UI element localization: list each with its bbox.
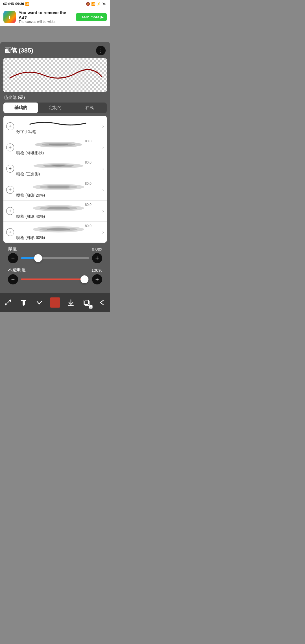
brush-stroke-preview — [3, 58, 107, 92]
thickness-decrease-button[interactable]: − — [8, 253, 18, 263]
stroke-svg-0 — [16, 119, 101, 128]
svg-point-11 — [47, 207, 70, 209]
layer-count-badge: 1 — [89, 305, 93, 309]
time-label: 09:30 — [15, 2, 24, 6]
brush-item: + 80.0 喷枪 (梯形 20%) › — [3, 179, 107, 201]
opacity-slider-track[interactable] — [21, 279, 89, 280]
stroke-area-3: 80.0 — [16, 182, 101, 192]
brush-label-5: 喷枪 (梯形 60%) — [16, 235, 101, 240]
add-brush-button-1[interactable]: + — [6, 143, 14, 151]
panel-header: 画笔 (385) ⋮ — [0, 42, 110, 58]
transform-icon — [4, 299, 12, 306]
brush-info-5: 80.0 喷枪 (梯形 60%) — [16, 224, 101, 240]
brush-info-2: 80.0 喷枪 (三角形) — [16, 160, 101, 177]
svg-point-5 — [51, 165, 66, 166]
thickness-label: 厚度 — [8, 246, 17, 252]
lightning-icon: ⚡ — [97, 2, 101, 6]
add-brush-button-0[interactable]: + — [6, 122, 14, 130]
brush-label-0: 数字手写笔 — [16, 129, 101, 134]
chevron-icon-5[interactable]: › — [102, 229, 104, 235]
brush-label-2: 喷枪 (三角形) — [16, 172, 101, 177]
brush-info-1: 80.0 喷枪 (标准形状) — [16, 139, 101, 156]
brush-info-4: 80.0 喷枪 (梯形 40%) — [16, 203, 101, 219]
ad-app-icon: i — [3, 11, 16, 23]
thickness-track-fill — [21, 257, 89, 259]
chevron-icon-1[interactable]: › — [102, 145, 104, 151]
chevron-icon-4[interactable]: › — [102, 208, 104, 214]
back-button[interactable] — [95, 296, 109, 309]
layer-button[interactable]: 1 — [80, 296, 93, 309]
brush-info-0: 数字手写笔 — [16, 118, 101, 134]
brush-item: + 80.0 喷枪 (标准形状) › — [3, 137, 107, 158]
brush-size-5: 80.0 — [85, 224, 91, 228]
brush-label-1: 喷枪 (标准形状) — [16, 151, 101, 156]
thickness-slider-track[interactable] — [21, 257, 89, 259]
add-brush-button-3[interactable]: + — [6, 186, 14, 194]
tab-online[interactable]: 在线 — [72, 103, 107, 113]
ad-subtitle: The canvas will be wider. — [19, 20, 73, 24]
active-color-swatch — [50, 297, 60, 308]
back-icon — [98, 299, 106, 306]
stroke-area-0 — [16, 118, 101, 129]
opacity-header: 不透明度 100% — [8, 267, 102, 273]
signal-label: 4G+HD — [3, 2, 14, 6]
bottom-toolbar: 1 — [0, 293, 110, 312]
wifi-icon: 📶 — [91, 2, 95, 6]
brush-item: + 80.0 喷枪 (梯形 40%) › — [3, 201, 107, 222]
battery-label: 96 — [102, 2, 107, 6]
stroke-area-4: 80.0 — [16, 203, 101, 214]
panel-title: 画笔 (385) — [5, 46, 33, 55]
learn-more-button[interactable]: Learn more ▶ — [76, 13, 107, 21]
brush-tool-button[interactable] — [17, 296, 30, 309]
brush-item: + 数字手写笔 › — [3, 116, 107, 137]
brush-preview-area — [3, 58, 107, 92]
more-options-button[interactable]: ⋮ — [96, 46, 106, 55]
brush-size-2: 80.0 — [85, 160, 91, 164]
transform-tool-button[interactable] — [1, 296, 15, 309]
download-button[interactable] — [64, 296, 78, 309]
brush-item: + 80.0 喷枪 (三角形) › — [3, 158, 107, 179]
download-icon — [67, 299, 75, 306]
add-brush-button-4[interactable]: + — [6, 207, 14, 215]
svg-point-8 — [47, 186, 70, 188]
thickness-slider-thumb[interactable] — [34, 254, 42, 262]
chevron-icon-3[interactable]: › — [102, 187, 104, 193]
status-left: 4G+HD 09:30 📶 ··· — [3, 2, 33, 6]
opacity-label: 不透明度 — [8, 267, 26, 273]
canvas-spacer — [0, 26, 110, 42]
thickness-increase-button[interactable]: + — [92, 253, 102, 263]
opacity-slider-thumb[interactable] — [80, 275, 88, 283]
svg-point-2 — [49, 144, 68, 146]
opacity-decrease-button[interactable]: − — [8, 274, 18, 284]
opacity-value: 100% — [91, 268, 102, 273]
color-picker-button[interactable] — [48, 296, 62, 309]
brush-label-4: 喷枪 (梯形 40%) — [16, 214, 101, 219]
thickness-header: 厚度 8.0px — [8, 246, 102, 252]
svg-point-14 — [47, 228, 70, 230]
4g-icon: 📶 — [25, 2, 29, 6]
ad-banner: i You want to remove the Ad? The canvas … — [0, 8, 110, 26]
brush-icon — [20, 299, 28, 306]
dots-icon: ··· — [30, 2, 33, 6]
chevron-icon-0[interactable]: › — [102, 123, 104, 129]
chevron-down-button[interactable] — [32, 296, 46, 309]
chevron-icon-2[interactable]: › — [102, 166, 104, 172]
brush-list: + 数字手写笔 › + 80.0 — [3, 116, 107, 243]
opacity-increase-button[interactable]: + — [92, 274, 102, 284]
bell-icon: 🔕 — [86, 2, 90, 6]
tab-basic[interactable]: 基础的 — [3, 103, 38, 113]
brush-panel: 画笔 (385) ⋮ 毡尖笔 (硬) 基础的 定制的 在线 + 数字手写笔 — [0, 42, 110, 312]
opacity-track-fill — [21, 279, 89, 280]
tab-custom[interactable]: 定制的 — [38, 103, 72, 113]
brush-item: + 80.0 喷枪 (梯形 60%) › — [3, 222, 107, 243]
add-brush-button-5[interactable]: + — [6, 228, 14, 236]
ad-title: You want to remove the Ad? — [19, 10, 73, 20]
add-brush-button-2[interactable]: + — [6, 165, 14, 173]
opacity-slider-container: − + — [8, 274, 102, 284]
brush-size-3: 80.0 — [85, 182, 91, 186]
selected-brush-name: 毡尖笔 (硬) — [0, 94, 110, 103]
status-bar: 4G+HD 09:30 📶 ··· 🔕 📶 ⚡ 96 — [0, 0, 110, 8]
brush-label-3: 喷枪 (梯形 20%) — [16, 193, 101, 198]
thickness-slider-container: − + — [8, 253, 102, 263]
thickness-value: 8.0px — [92, 247, 102, 251]
